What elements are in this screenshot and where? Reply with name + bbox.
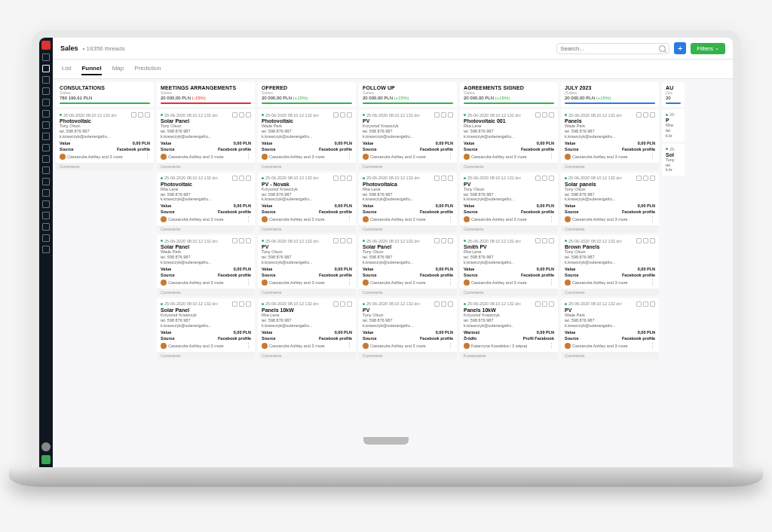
delete-icon[interactable] <box>347 301 352 307</box>
card-comments[interactable]: Comments <box>157 352 255 359</box>
card-comments[interactable]: Comments <box>359 225 457 233</box>
nav-icon[interactable] <box>42 212 50 219</box>
delete-icon[interactable] <box>549 301 554 307</box>
add-button[interactable]: + <box>674 42 686 54</box>
card-comments[interactable]: Comments <box>359 289 457 296</box>
calendar-icon[interactable] <box>239 112 244 118</box>
card-comments[interactable]: Comments <box>460 225 558 233</box>
nav-icon[interactable] <box>42 189 50 197</box>
deal-card[interactable]: 25- Sol Tonytel.k.kr <box>662 144 685 176</box>
deal-card[interactable]: 25-06-2020 08:10:12 132 dni PV - Novak K… <box>258 173 356 234</box>
card-comments[interactable]: Comments <box>460 289 558 296</box>
delete-icon[interactable] <box>448 301 453 307</box>
more-icon[interactable]: ⋮ <box>245 155 251 158</box>
more-icon[interactable]: ⋮ <box>649 344 655 347</box>
calendar-icon[interactable] <box>441 112 446 118</box>
nav-icon[interactable] <box>42 246 50 253</box>
card-comments[interactable]: Comments <box>157 163 255 170</box>
deal-card[interactable]: 25-06-2020 08:10:12 132 dni Panels 10kW … <box>258 298 356 359</box>
deal-card[interactable]: 25-06-2020 08:10:12 132 dni Photovoltaic… <box>359 173 457 234</box>
more-icon[interactable]: ⋮ <box>447 281 453 284</box>
deal-card[interactable]: 25-06-2020 08:10:12 132 dni PV Tony Olso… <box>460 173 558 234</box>
more-icon[interactable]: ⋮ <box>245 218 251 221</box>
clipboard-icon[interactable] <box>232 176 237 181</box>
card-comments[interactable]: Comments <box>359 352 457 359</box>
calendar-icon[interactable] <box>441 301 446 307</box>
card-comments[interactable]: Comments <box>157 289 255 296</box>
deal-card[interactable]: 25-06-2020 08:10:12 132 dni PV Krzysztof… <box>359 109 457 170</box>
delete-icon[interactable] <box>650 238 655 243</box>
clipboard-icon[interactable] <box>232 238 237 243</box>
deal-card[interactable]: 25-06-2020 08:10:12 132 dni Panels Wade … <box>561 109 659 170</box>
clipboard-icon[interactable] <box>333 112 339 118</box>
calendar-icon[interactable] <box>643 176 648 181</box>
more-icon[interactable]: ⋮ <box>548 344 554 347</box>
clipboard-icon[interactable] <box>232 301 237 307</box>
clipboard-icon[interactable] <box>131 112 136 118</box>
more-icon[interactable]: ⋮ <box>548 218 554 221</box>
delete-icon[interactable] <box>650 301 655 307</box>
delete-icon[interactable] <box>650 176 655 181</box>
nav-icon[interactable] <box>42 234 50 242</box>
card-comments[interactable]: Comments <box>561 289 659 296</box>
status-icon[interactable] <box>41 455 51 464</box>
deal-card[interactable]: 25-06-2020 08:10:12 132 dni Brown Panels… <box>561 235 659 296</box>
deal-card[interactable]: 25- P Ritatel.k.kr <box>662 109 685 142</box>
calendar-icon[interactable] <box>441 176 446 181</box>
clipboard-icon[interactable] <box>535 176 541 181</box>
tab-map[interactable]: Map <box>112 63 124 75</box>
card-comments[interactable]: Comments <box>258 289 356 296</box>
clipboard-icon[interactable] <box>636 301 642 307</box>
calendar-icon[interactable] <box>542 112 547 118</box>
calendar-icon[interactable] <box>340 112 345 118</box>
calendar-icon[interactable] <box>239 176 244 181</box>
calendar-icon[interactable] <box>643 301 648 307</box>
calendar-icon[interactable] <box>643 238 648 243</box>
card-comments[interactable]: Comments <box>258 225 356 233</box>
deal-card[interactable]: 25-06-2020 08:10:12 132 dni Photovoltaic… <box>460 109 558 170</box>
calendar-icon[interactable] <box>340 238 345 243</box>
more-icon[interactable]: ⋮ <box>346 218 352 221</box>
calendar-icon[interactable] <box>340 301 345 307</box>
card-comments[interactable]: Comments <box>157 225 255 233</box>
nav-icon[interactable] <box>42 65 50 72</box>
deal-card[interactable]: 25-06-2020 08:10:12 132 dni PV Wade Park… <box>561 298 659 359</box>
clipboard-icon[interactable] <box>636 112 642 118</box>
delete-icon[interactable] <box>549 238 554 243</box>
filters-button[interactable]: Filters⌄ <box>691 43 725 54</box>
clipboard-icon[interactable] <box>434 176 440 181</box>
deal-card[interactable]: 25-06-2020 08:10:12 132 dni Photovoltaic… <box>157 173 255 234</box>
nav-icon[interactable] <box>42 155 50 163</box>
clipboard-icon[interactable] <box>636 238 642 243</box>
deal-card[interactable]: 25-06-2020 08:10:12 132 dni Solar Panel … <box>157 235 255 296</box>
more-icon[interactable]: ⋮ <box>548 155 554 158</box>
calendar-icon[interactable] <box>138 112 143 118</box>
clipboard-icon[interactable] <box>434 112 440 118</box>
nav-icon[interactable] <box>42 76 50 84</box>
nav-icon[interactable] <box>42 87 50 95</box>
calendar-icon[interactable] <box>542 301 547 307</box>
nav-icon[interactable] <box>42 110 50 118</box>
clipboard-icon[interactable] <box>434 238 440 243</box>
more-icon[interactable]: ⋮ <box>245 281 251 284</box>
more-icon[interactable]: ⋮ <box>346 344 352 347</box>
nav-icon[interactable] <box>42 144 50 151</box>
clipboard-icon[interactable] <box>434 301 440 307</box>
more-icon[interactable]: ⋮ <box>649 155 655 158</box>
search-box[interactable] <box>556 43 669 54</box>
card-comments[interactable]: Comments <box>359 163 457 170</box>
clipboard-icon[interactable] <box>535 112 541 118</box>
deal-card[interactable]: 25-06-2020 08:10:12 132 dni Solar panels… <box>561 173 659 234</box>
card-comments[interactable]: Comments <box>258 163 356 170</box>
delete-icon[interactable] <box>650 112 655 118</box>
nav-icon[interactable] <box>42 167 50 174</box>
card-comments[interactable]: Comments <box>561 352 659 359</box>
tab-funnel[interactable]: Funnel <box>81 63 101 75</box>
calendar-icon[interactable] <box>542 176 547 181</box>
delete-icon[interactable] <box>347 112 352 118</box>
delete-icon[interactable] <box>448 176 453 181</box>
deal-card[interactable]: 25-06-2020 08:10:12 132 dni Solar Panel … <box>157 109 255 170</box>
more-icon[interactable]: ⋮ <box>144 155 150 158</box>
tab-list[interactable]: List <box>62 63 71 75</box>
nav-icon[interactable] <box>42 223 50 231</box>
